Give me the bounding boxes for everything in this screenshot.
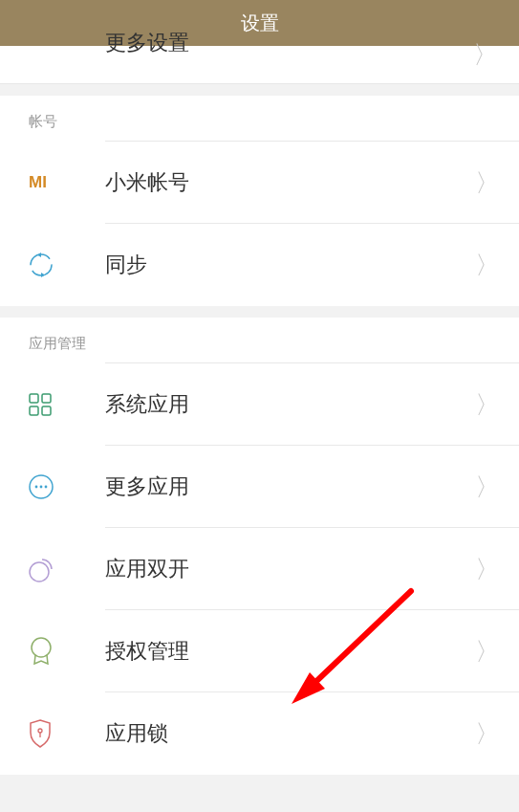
chevron-right-icon: 〉 [475,166,500,200]
svg-marker-1 [37,252,41,257]
svg-point-12 [32,638,51,657]
chevron-right-icon: 〉 [475,249,500,282]
chevron-right-icon: 〉 [473,38,498,72]
ellipsis-circle-icon [29,474,105,499]
section-header-apps: 应用管理 [0,318,519,362]
section-header-account: 帐号 [0,96,519,141]
page-title: 设置 [241,11,279,36]
row-more-settings[interactable]: 更多设置 〉 [0,46,519,84]
chevron-right-icon: 〉 [475,635,500,669]
badge-icon [29,637,105,666]
chevron-right-icon: 〉 [475,717,500,751]
row-label: 应用锁 [105,719,475,748]
sync-icon [29,252,105,277]
group-partial: 更多设置 〉 [0,46,519,84]
row-permission-manager[interactable]: 授权管理 〉 [0,610,519,692]
svg-point-13 [38,729,42,733]
shield-lock-icon [29,719,105,748]
row-xiaomi-account[interactable]: MI 小米帐号 〉 [0,142,519,224]
row-label: 小米帐号 [105,168,475,197]
chevron-right-icon: 〉 [475,471,500,504]
row-label: 更多设置 [105,29,189,57]
settings-list: 更多设置 〉 帐号 MI 小米帐号 〉 同步 〉 [0,46,519,775]
group-apps: 应用管理 系统应用 〉 [0,318,519,775]
svg-point-10 [45,486,48,489]
row-label: 更多应用 [105,472,475,501]
row-more-apps[interactable]: 更多应用 〉 [0,446,519,528]
svg-marker-2 [41,273,45,277]
row-label: 应用双开 [105,555,475,583]
svg-rect-6 [42,406,51,415]
title-bar: 设置 [0,0,519,46]
svg-point-11 [30,562,49,582]
overlapping-circles-icon [29,556,105,582]
group-account: 帐号 MI 小米帐号 〉 同步 〉 [0,96,519,306]
svg-rect-3 [30,394,38,403]
row-label: 授权管理 [105,637,475,666]
row-sync[interactable]: 同步 〉 [0,224,519,306]
svg-point-9 [40,486,43,489]
row-app-lock[interactable]: 应用锁 〉 [0,692,519,775]
svg-point-8 [35,486,38,489]
row-app-clone[interactable]: 应用双开 〉 [0,528,519,610]
mi-logo-icon: MI [29,173,105,192]
svg-rect-4 [42,394,51,403]
row-system-apps[interactable]: 系统应用 〉 [0,363,519,446]
grid-icon [29,393,105,416]
row-label: 系统应用 [105,390,475,419]
chevron-right-icon: 〉 [475,388,500,422]
row-label: 同步 [105,251,475,279]
chevron-right-icon: 〉 [475,553,500,586]
svg-point-0 [31,254,52,275]
svg-rect-5 [30,406,38,415]
